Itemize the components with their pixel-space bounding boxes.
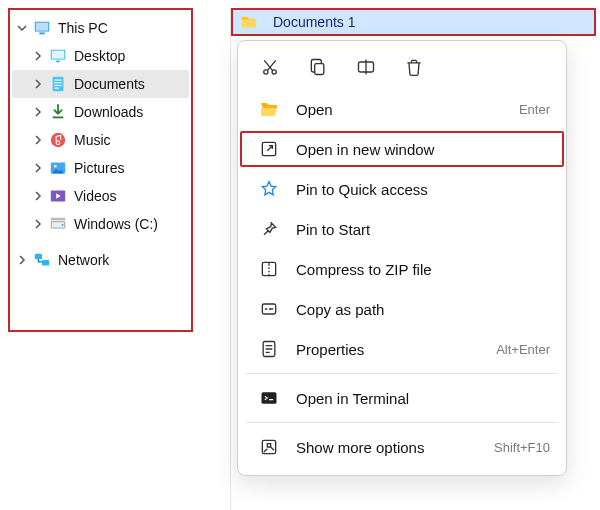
svg-point-23	[272, 70, 276, 74]
menu-shortcut: Shift+F10	[494, 440, 550, 455]
terminal-icon	[258, 387, 280, 409]
menu-item-show-more[interactable]: Show more options Shift+F10	[238, 427, 566, 467]
chevron-right-icon[interactable]	[30, 132, 46, 148]
star-icon	[258, 178, 280, 200]
svg-rect-6	[53, 77, 64, 91]
tree-label: Downloads	[74, 104, 189, 120]
menu-label: Pin to Start	[296, 221, 550, 238]
menu-item-pin-start[interactable]: Pin to Start	[238, 209, 566, 249]
menu-label: Show more options	[296, 439, 494, 456]
svg-rect-2	[39, 33, 44, 35]
more-options-icon	[258, 436, 280, 458]
network-icon	[32, 250, 52, 270]
properties-icon	[258, 338, 280, 360]
document-icon	[48, 74, 68, 94]
folder-open-icon	[258, 98, 280, 120]
menu-separator	[246, 373, 558, 374]
navigation-pane: This PC Desktop Documents Downloads	[8, 8, 193, 332]
delete-button[interactable]	[402, 55, 426, 79]
svg-rect-18	[51, 218, 65, 221]
tree-item-documents[interactable]: Documents	[12, 70, 189, 98]
svg-point-19	[62, 224, 64, 226]
menu-item-properties[interactable]: Properties Alt+Enter	[238, 329, 566, 369]
desktop-icon	[48, 46, 68, 66]
tree-item-this-pc[interactable]: This PC	[12, 14, 189, 42]
menu-item-copy-path[interactable]: Copy as path	[238, 289, 566, 329]
copy-button[interactable]	[306, 55, 330, 79]
tree-item-videos[interactable]: Videos	[12, 182, 189, 210]
menu-item-compress-zip[interactable]: Compress to ZIP file	[238, 249, 566, 289]
tree-item-pictures[interactable]: Pictures	[12, 154, 189, 182]
chevron-right-icon[interactable]	[30, 104, 46, 120]
folder-icon	[239, 12, 259, 32]
chevron-right-icon[interactable]	[30, 188, 46, 204]
copy-path-icon	[258, 298, 280, 320]
rename-button[interactable]	[354, 55, 378, 79]
menu-shortcut: Enter	[519, 102, 550, 117]
tree-label: Windows (C:)	[74, 216, 189, 232]
chevron-down-icon[interactable]	[14, 20, 30, 36]
tree-label: Music	[74, 132, 189, 148]
svg-rect-5	[56, 61, 60, 63]
tree-item-downloads[interactable]: Downloads	[12, 98, 189, 126]
svg-rect-20	[35, 254, 42, 259]
svg-rect-7	[54, 80, 61, 81]
tree-item-music[interactable]: Music	[12, 126, 189, 154]
music-icon	[48, 130, 68, 150]
menu-label: Properties	[296, 341, 496, 358]
menu-shortcut: Alt+Enter	[496, 342, 550, 357]
context-menu-toolbar	[238, 49, 566, 89]
pin-icon	[258, 218, 280, 240]
svg-rect-24	[315, 64, 324, 75]
folder-label: Documents 1	[273, 14, 355, 30]
chevron-right-icon[interactable]	[30, 160, 46, 176]
menu-item-open[interactable]: Open Enter	[238, 89, 566, 129]
svg-rect-21	[42, 260, 49, 265]
tree-label: Desktop	[74, 48, 189, 64]
svg-rect-4	[52, 51, 65, 59]
menu-separator	[246, 422, 558, 423]
drive-icon	[48, 214, 68, 234]
svg-rect-1	[36, 23, 49, 31]
menu-item-pin-quick-access[interactable]: Pin to Quick access	[238, 169, 566, 209]
cut-button[interactable]	[258, 55, 282, 79]
list-item-folder[interactable]: Documents 1	[231, 8, 596, 36]
context-menu: Open Enter Open in new window Pin to Qui…	[237, 40, 567, 476]
svg-rect-8	[54, 82, 61, 83]
videos-icon	[48, 186, 68, 206]
tree-label: Pictures	[74, 160, 189, 176]
tree-label: This PC	[58, 20, 189, 36]
chevron-right-icon[interactable]	[30, 216, 46, 232]
menu-label: Copy as path	[296, 301, 550, 318]
tree-label: Videos	[74, 188, 189, 204]
monitor-icon	[32, 18, 52, 38]
tree-item-network[interactable]: Network	[12, 246, 189, 274]
tree-item-desktop[interactable]: Desktop	[12, 42, 189, 70]
svg-rect-30	[262, 392, 277, 404]
svg-rect-11	[53, 117, 64, 119]
menu-label: Open in Terminal	[296, 390, 550, 407]
tree-label: Documents	[74, 76, 189, 92]
chevron-right-icon[interactable]	[30, 48, 46, 64]
svg-point-14	[54, 165, 57, 168]
open-new-window-icon	[258, 138, 280, 160]
menu-item-open-terminal[interactable]: Open in Terminal	[238, 378, 566, 418]
chevron-right-icon[interactable]	[14, 252, 30, 268]
menu-label: Open in new window	[296, 141, 550, 158]
menu-label: Open	[296, 101, 519, 118]
menu-label: Compress to ZIP file	[296, 261, 550, 278]
tree-item-c-drive[interactable]: Windows (C:)	[12, 210, 189, 238]
pictures-icon	[48, 158, 68, 178]
svg-rect-10	[54, 88, 59, 89]
svg-point-22	[264, 70, 268, 74]
chevron-right-icon[interactable]	[30, 76, 46, 92]
content-pane: Documents 1 Open Enter	[230, 8, 596, 510]
svg-rect-9	[54, 85, 61, 86]
menu-item-open-new-window[interactable]: Open in new window	[238, 129, 566, 169]
tree-label: Network	[58, 252, 189, 268]
menu-label: Pin to Quick access	[296, 181, 550, 198]
zip-icon	[258, 258, 280, 280]
download-icon	[48, 102, 68, 122]
